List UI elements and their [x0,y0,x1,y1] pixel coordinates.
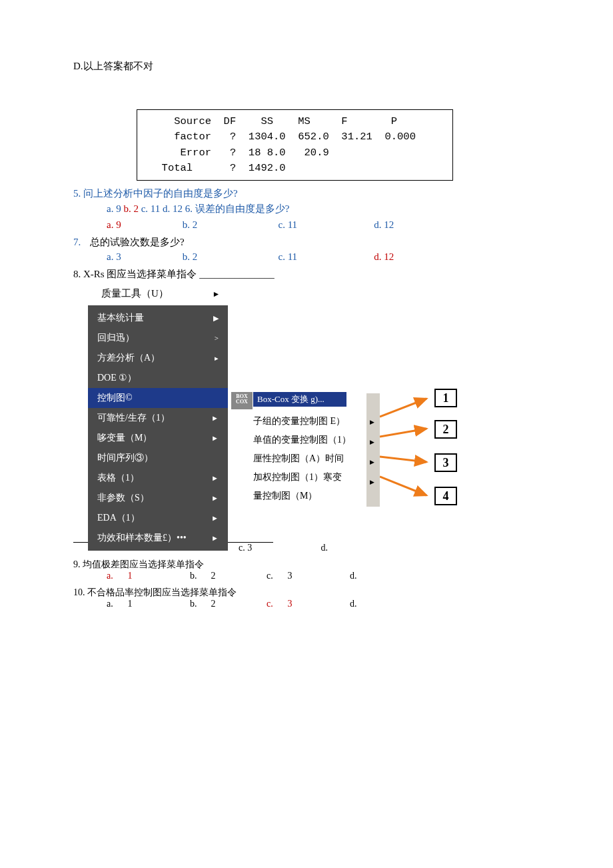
question-10: 10. 不合格品率控制图应当选择菜单指令 [73,587,540,599]
question-7-text: 总的试验次数是多少? [90,237,185,247]
svg-line-3 [380,457,426,462]
chevron-right-icon: ▶ [213,314,219,323]
main-menu: 基本统计量▶ 回归迅）> 方差分析（A）▸ DOE ①） 控制图© 可靠性/生存… [88,305,228,551]
q9-ans-a: a. [107,571,125,581]
q8-ans-c: c. 3 [239,543,318,553]
q9-ans-c-val: 3 [288,571,348,581]
submenu-item-2[interactable]: 单值的变量控制图（1） [253,431,366,449]
q10-ans-a-val: 1 [128,599,188,609]
submenu-item-3[interactable]: 厘性控制图（A）时间 [253,449,366,468]
chevron-right-icon: ▸ [215,354,219,363]
q9-ans-a-val: 1 [128,571,188,581]
arrow-column: ▶ ▶ ▶ ▶ [366,393,380,507]
submenu-boxcox[interactable]: Box-Cox 变换 g)... [253,392,346,407]
q6-ans-d: d. 12 [374,219,394,231]
anova-row3: Total ? 1492.0 [149,161,440,176]
menu-item-reliability[interactable]: 可靠性/生存（1）► [88,408,228,428]
svg-line-1 [380,399,426,417]
anova-row1: factor ? 1304.0 652.0 31.21 0.000 [149,129,440,145]
q9-ans-c: c. [267,571,285,581]
submenu-list: 子组的变量控制图 E） 单值的变量控制图（1） 厘性控制图（A）时间 加权控制图… [253,412,366,505]
chevron-right-icon: ▶ [370,439,374,445]
chevron-right-icon: ► [211,534,219,542]
boxcox-icon: BOXCOX [231,392,253,409]
submenu-item-1[interactable]: 子组的变量控制图 E） [253,412,366,431]
chevron-right-icon: ▶ [370,479,374,485]
q10-ans-b: b. [190,599,209,609]
q7-ans-b: b. 2 [183,251,276,263]
menu-item-doe[interactable]: DOE ①） [88,368,228,388]
submenu-item-4[interactable]: 加权控制图（1）寒变 [253,468,366,487]
chevron-right-icon: ▶ [370,419,374,425]
q10-ans-c-val: 3 [288,599,348,609]
question-9: 9. 均值极差图应当选择菜单指令 [73,559,540,571]
menu-item-anova[interactable]: 方差分析（A）▸ [88,348,228,368]
chevron-right-icon: ► [211,414,219,422]
callout-box-1: 1 [434,389,457,407]
quality-tools-label: 质量工具（U） [101,288,169,299]
q6-ans-b: b. 2 [183,219,276,231]
q10-ans-c: c. [267,599,285,609]
chevron-right-icon: ► [211,434,219,442]
menu-item-control-chart[interactable]: 控制图© [88,388,228,408]
q10-ans-a: a. [107,599,125,609]
menu-item-multivariate[interactable]: 哆变量（M）► [88,428,228,448]
chevron-right-icon: > [215,334,219,342]
menu-item-power[interactable]: 功效和样本数量£）•••► [88,528,228,548]
question-5: 5. 问上述分析中因子的自由度是多少? [73,187,540,200]
anova-header: Source DF SS MS F P [149,114,440,129]
q9-ans-b: b. [190,571,209,581]
callout-box-4: 4 [434,487,457,505]
q5-ans-suffix: c. 11 d. 12 6. 误差的自由度是多少? [139,203,290,214]
q7-ans-d: d. 12 [374,251,394,263]
menu-block: 基本统计量▶ 回归迅）> 方差分析（A）▸ DOE ①） 控制图© 可靠性/生存… [88,305,540,542]
arrow-icon: ► [213,289,221,299]
anova-table: Source DF SS MS F P factor ? 1304.0 652.… [137,109,453,181]
callout-box-3: 3 [434,453,457,472]
menu-item-timeseries[interactable]: 时间序列③） [88,448,228,468]
q5-ans-prefix: a. 9 [107,203,123,214]
q6-ans-a: a. 9 [107,219,180,231]
q5-ans-b: b. 2 [123,203,139,214]
question-8: 8. X-Rs 图应当选择菜单指令 _______________ [73,268,540,281]
svg-line-4 [380,477,426,495]
chevron-right-icon: ► [211,514,219,522]
q7-ans-c: c. 11 [279,251,372,263]
question-7-num: 7. [73,237,81,247]
chevron-right-icon: ▶ [370,459,374,465]
menu-item-nonparametric[interactable]: 非参数（S）► [88,488,228,508]
menu-item-basic-stats[interactable]: 基本统计量▶ [88,308,228,328]
callout-box-2: 2 [434,420,457,439]
q7-ans-a: a. 3 [107,251,180,263]
q10-ans-b-val: 2 [211,599,265,609]
q8-ans-d: d. [321,543,328,553]
q9-ans-b-val: 2 [211,571,265,581]
q9-ans-d: d. [350,571,357,581]
svg-line-2 [380,429,426,437]
menu-item-eda[interactable]: EDA（1）► [88,508,228,528]
q10-ans-d: d. [350,599,357,609]
menu-item-regression[interactable]: 回归迅）> [88,328,228,348]
menu-item-tables[interactable]: 表格（1）► [88,468,228,488]
chevron-right-icon: ► [211,494,219,502]
option-d-text: D.以上答案都不对 [73,60,540,73]
q6-ans-c: c. 11 [279,219,372,231]
submenu-item-5[interactable]: 量控制图（M） [253,487,366,505]
anova-row2: Error ? 18 8.0 20.9 [149,145,440,161]
chevron-right-icon: ► [211,474,219,482]
